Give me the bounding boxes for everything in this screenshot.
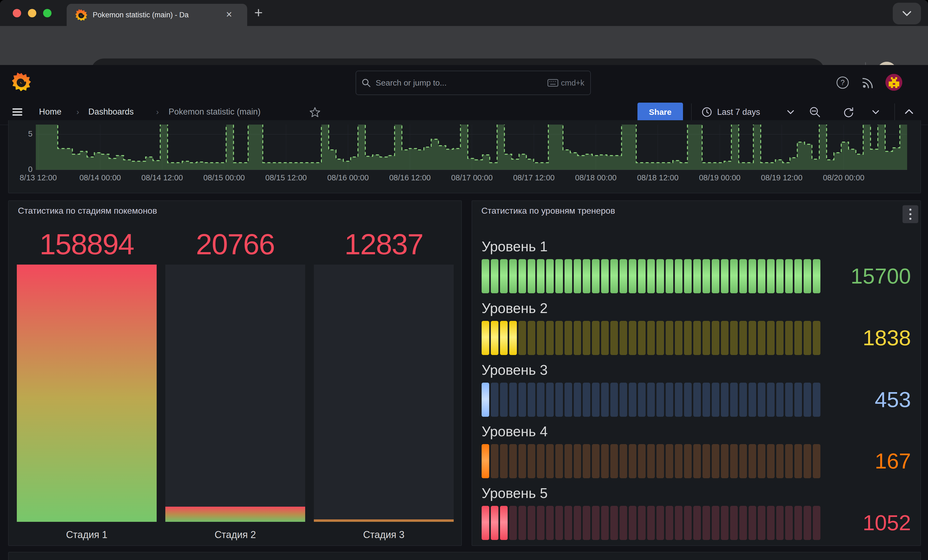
trainer-level-label: Уровень 1 [482, 238, 911, 254]
gauge-segment [647, 444, 655, 478]
next-panel-partial [8, 552, 921, 560]
gauge-segment [574, 383, 582, 417]
gauge-segment [749, 321, 756, 355]
help-icon[interactable]: ? [836, 76, 849, 89]
x-tick-label: 08/15 12:00 [266, 173, 307, 182]
gauge-segment [758, 506, 765, 540]
gauge-segment [684, 383, 691, 417]
browser-tab-strip: Pokemon statistic (main) - Da × + [0, 0, 928, 26]
panel-menu-button[interactable] [902, 205, 918, 223]
gauge-segment [601, 444, 609, 478]
gauge-segment [583, 321, 590, 355]
gauge-segment [509, 383, 517, 417]
trainer-row: Уровень 3453 [482, 362, 911, 417]
gauge-segment [749, 506, 756, 540]
gauge-segment [620, 259, 627, 293]
collapse-chevron-icon[interactable] [905, 109, 913, 114]
gauge-segment [556, 259, 563, 293]
refresh-caret-icon[interactable] [872, 110, 879, 114]
gauge-segment [767, 444, 775, 478]
search-input[interactable]: Search or jump to... cmd+k [356, 71, 591, 95]
gauge-segment [656, 444, 664, 478]
gauge-segment [813, 259, 820, 293]
gauge-segment [647, 383, 655, 417]
clock-icon[interactable] [701, 107, 712, 117]
timeseries-chart[interactable] [36, 125, 907, 173]
gauge-segment [565, 383, 572, 417]
gauge-segment [712, 321, 719, 355]
gauge-segment [758, 321, 765, 355]
traffic-light-zoom[interactable] [43, 9, 52, 17]
traffic-light-close[interactable] [13, 9, 21, 17]
trainers-panel: Статистика по уровням тренеров Уровень 1… [472, 200, 921, 546]
browser-address-bar: https://grafana.pokemonbattle.ru/d/b370e… [0, 26, 928, 65]
gauge-segment [519, 383, 526, 417]
gauge-segment [776, 321, 784, 355]
gauge-segment [556, 506, 563, 540]
gauge-segment [665, 444, 673, 478]
x-tick-label: 08/14 12:00 [142, 173, 183, 182]
gauge-segment [611, 444, 618, 478]
trainer-level-label: Уровень 5 [482, 485, 911, 501]
gauge-segment [776, 506, 784, 540]
stage-bar-track [17, 265, 157, 522]
tab-close-icon[interactable]: × [226, 4, 232, 26]
gauge-segment [638, 259, 646, 293]
gauge-segment [804, 444, 811, 478]
gauge-segment [482, 321, 489, 355]
gauge-segment [785, 383, 793, 417]
gauge-segment [767, 321, 775, 355]
tab-search-button[interactable] [893, 3, 921, 24]
gauge-segment [519, 321, 526, 355]
kebab-icon [908, 208, 912, 221]
zoom-out-icon[interactable] [809, 106, 821, 118]
gauge-segment [629, 444, 636, 478]
share-button[interactable]: Share [638, 103, 683, 122]
favorite-star-icon[interactable] [310, 107, 321, 117]
news-rss-icon[interactable] [861, 76, 875, 89]
traffic-light-minimize[interactable] [28, 9, 36, 17]
gauge-segment [583, 383, 590, 417]
x-tick-label: 08/15 00:00 [203, 173, 245, 182]
stage-value: 12837 [314, 230, 454, 259]
gauge-segment [500, 383, 508, 417]
gauge-segment [767, 383, 775, 417]
gauge-segment [482, 383, 489, 417]
gauge-segment [482, 444, 489, 478]
grafana-user-avatar[interactable] [885, 74, 902, 91]
refresh-icon[interactable] [843, 106, 854, 118]
gauge-segment [611, 321, 618, 355]
mega-menu-icon[interactable] [12, 107, 23, 117]
gauge-segment [638, 321, 646, 355]
x-tick-label: 08/16 12:00 [389, 173, 430, 182]
time-range-caret-icon[interactable] [787, 110, 794, 114]
x-tick-label: 08/18 12:00 [637, 173, 678, 182]
gauge-segment [629, 506, 636, 540]
gauge-segment [656, 506, 664, 540]
gauge-segment [601, 383, 609, 417]
y-tick-label: 0 [16, 165, 32, 174]
new-tab-button[interactable]: + [254, 0, 263, 26]
gauge-segment [546, 321, 554, 355]
gauge-segment [574, 444, 582, 478]
gauge-segment [601, 259, 609, 293]
gauge-segment [693, 383, 701, 417]
gauge-segment [794, 259, 802, 293]
trainers-panel-title[interactable]: Статистика по уровням тренеров [481, 206, 615, 216]
gauge-segment [794, 383, 802, 417]
stage-label: Стадия 1 [17, 529, 157, 540]
gauge-segment [730, 259, 738, 293]
browser-tab[interactable]: Pokemon statistic (main) - Da × [67, 4, 247, 26]
gauge-segment [528, 506, 535, 540]
gauge-segment [665, 259, 673, 293]
grafana-logo[interactable] [12, 72, 31, 92]
tab-title: Pokemon statistic (main) - Da [93, 4, 220, 26]
gauge-segment [611, 383, 618, 417]
gauge-segment [583, 444, 590, 478]
gauge-segment [804, 383, 811, 417]
gauge-segment [629, 321, 636, 355]
stage-bar-track [165, 265, 305, 522]
gauge-segment [611, 259, 618, 293]
gauge-segment [528, 444, 535, 478]
gauge-segment [813, 506, 820, 540]
